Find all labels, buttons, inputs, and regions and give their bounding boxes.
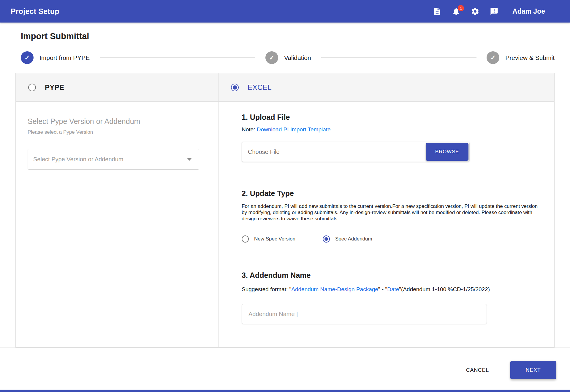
pype-section-heading: Select Pype Version or Addendum [28,117,206,126]
excel-panel: EXCEL 1. Upload File Note: Download PI I… [218,73,554,347]
step-label: Validation [284,54,311,61]
upload-file-heading: 1. Upload File [242,113,542,122]
page-title: Import Submittal [21,31,555,41]
app-bar-actions: 1 Adam Joe [432,7,559,16]
cancel-button[interactable]: CANCEL [466,367,489,373]
top-app-bar: Project Setup 1 Adam Joe [0,0,570,23]
pype-version-select[interactable]: Select Pype Version or Addendum [28,149,199,170]
update-type-options: New Spec Version Spec Addendum [242,235,542,243]
excel-radio-label[interactable]: EXCEL [248,83,272,92]
app-bar-title: Project Setup [11,7,59,16]
spec-addendum-option[interactable]: Spec Addendum [323,235,372,243]
pype-version-select-placeholder: Select Pype Version or Addendum [33,156,124,163]
browse-button[interactable]: BROWSE [426,143,468,161]
notifications-bell-icon[interactable]: 1 [451,7,461,16]
addendum-name-input[interactable] [242,304,487,324]
spec-addendum-label[interactable]: Spec Addendum [335,236,372,242]
bottom-bar [0,390,570,392]
stepper-connector [321,58,477,58]
document-icon[interactable] [432,7,442,16]
pype-section-subheading: Please select a Pype Version [28,129,206,135]
pype-panel: PYPE Select Pype Version or Addendum Ple… [16,73,218,347]
format-mid: " - " [378,286,387,292]
step-check-icon: ✓ [487,51,499,64]
import-source-card: PYPE Select Pype Version or Addendum Ple… [15,73,555,348]
note-label: Note: [242,126,257,133]
pype-radio-label[interactable]: PYPE [45,83,64,92]
update-type-heading: 2. Update Type [242,189,542,198]
settings-gear-icon[interactable] [470,7,480,16]
pype-panel-body: Select Pype Version or Addendum Please s… [16,102,218,170]
pype-panel-header: PYPE [16,73,218,102]
update-type-description: For an addendum, PI will add new submitt… [242,203,542,222]
excel-panel-body: 1. Upload File Note: Download PI Import … [218,102,554,347]
upload-note: Note: Download PI Import Template [242,126,542,133]
spec-addendum-radio[interactable] [323,235,330,243]
app-root: Project Setup 1 Adam Joe Import Submitta… [0,0,570,392]
stepper-step-validation[interactable]: ✓ Validation [265,51,311,64]
download-template-link[interactable]: Download PI Import Template [257,126,331,133]
addendum-name-heading: 3. Addendum Name [242,271,542,280]
chevron-down-icon [187,158,192,161]
stepper-step-import[interactable]: ✓ Import from PYPE [21,51,90,64]
next-button[interactable]: NEXT [510,361,556,379]
date-format-link[interactable]: Date [387,286,399,292]
new-spec-version-option[interactable]: New Spec Version [242,235,295,243]
main-content: Import Submittal ✓ Import from PYPE ✓ Va… [0,23,570,348]
file-upload-field[interactable]: BROWSE [242,142,470,162]
pype-radio[interactable] [28,84,36,91]
new-spec-version-label[interactable]: New Spec Version [254,236,295,242]
new-spec-version-radio[interactable] [242,235,249,243]
notification-badge: 1 [458,5,464,11]
feedback-icon[interactable] [489,7,499,16]
format-prefix: Suggested format: " [242,286,291,292]
addendum-format-hint: Suggested format: "Addendum Name-Design … [242,286,542,293]
addendum-format-link[interactable]: Addendum Name-Design Package [291,286,378,292]
excel-panel-header: EXCEL [218,73,554,102]
step-check-icon: ✓ [21,51,34,64]
format-suffix: "(Addendum 1-100 %CD-1/25/2022) [399,286,490,292]
step-label: Import from PYPE [39,54,90,61]
stepper-connector [100,58,255,58]
user-name[interactable]: Adam Joe [512,7,545,15]
stepper-step-preview[interactable]: ✓ Preview & Submit [487,51,555,64]
footer-actions: CANCEL NEXT [0,348,570,392]
step-check-icon: ✓ [265,51,278,64]
excel-radio[interactable] [231,84,239,91]
step-label: Preview & Submit [505,54,555,61]
stepper: ✓ Import from PYPE ✓ Validation ✓ Previe… [21,51,555,64]
